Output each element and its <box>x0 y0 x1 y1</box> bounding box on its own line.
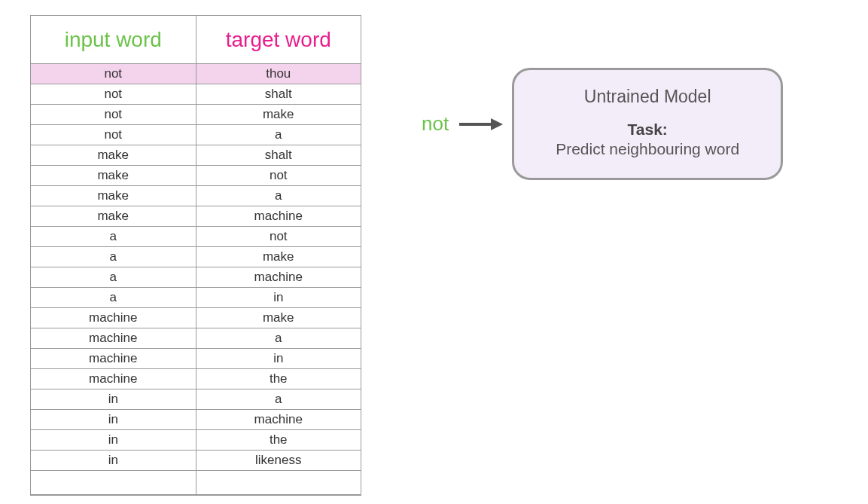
cell-input: machine <box>31 369 196 389</box>
table-row: machinea <box>31 328 361 349</box>
svg-marker-1 <box>491 118 503 130</box>
cell-input: make <box>31 145 196 166</box>
cell-target: make <box>196 247 361 267</box>
cell-input: not <box>31 64 196 84</box>
cell-input: not <box>31 125 196 145</box>
model-title: Untrained Model <box>541 87 754 107</box>
cell-target: machine <box>196 267 361 288</box>
table-row: inthe <box>31 430 361 451</box>
cell-input: not <box>31 84 196 105</box>
cell-target: machine <box>196 206 361 227</box>
cell-target: the <box>196 369 361 389</box>
cell-input: machine <box>31 328 196 349</box>
cell-input: make <box>31 186 196 206</box>
column-header-target: target word <box>196 16 361 64</box>
model-flow: not Untrained Model Task: Predict neighb… <box>422 68 783 180</box>
cell-target: thou <box>196 64 361 84</box>
table-row-empty <box>31 471 361 495</box>
cell-empty <box>196 471 361 495</box>
table-row: amake <box>31 247 361 267</box>
cell-target: a <box>196 186 361 206</box>
cell-input: in <box>31 451 196 471</box>
table-body: notthounotshaltnotmakenotamakeshaltmaken… <box>31 64 361 495</box>
table-row: notshalt <box>31 84 361 105</box>
table-row: ain <box>31 288 361 308</box>
cell-target: shalt <box>196 145 361 166</box>
task-description: Predict neighbouring word <box>541 140 754 158</box>
table-row: makemachine <box>31 206 361 227</box>
cell-input: machine <box>31 308 196 328</box>
table-row: anot <box>31 227 361 247</box>
cell-target: make <box>196 105 361 125</box>
cell-input: a <box>31 247 196 267</box>
column-header-input: input word <box>31 16 196 64</box>
cell-input: in <box>31 430 196 451</box>
table-row: inmachine <box>31 410 361 430</box>
cell-target: make <box>196 308 361 328</box>
cell-input: make <box>31 206 196 227</box>
table-row: ina <box>31 389 361 410</box>
training-pairs-table: input word target word notthounotshaltno… <box>30 15 361 496</box>
cell-input: in <box>31 410 196 430</box>
table-row: machinethe <box>31 369 361 389</box>
cell-target: a <box>196 125 361 145</box>
cell-empty <box>31 471 196 495</box>
cell-target: a <box>196 328 361 349</box>
table-row: notmake <box>31 105 361 125</box>
cell-target: machine <box>196 410 361 430</box>
arrow-icon <box>458 115 503 133</box>
cell-target: shalt <box>196 84 361 105</box>
cell-target: not <box>196 166 361 186</box>
table-row: amachine <box>31 267 361 288</box>
table-row: notthou <box>31 64 361 84</box>
cell-target: not <box>196 227 361 247</box>
cell-target: in <box>196 349 361 369</box>
flow-input-token: not <box>422 112 449 136</box>
cell-input: not <box>31 105 196 125</box>
table-row: inlikeness <box>31 451 361 471</box>
cell-input: a <box>31 267 196 288</box>
cell-input: in <box>31 389 196 410</box>
model-box: Untrained Model Task: Predict neighbouri… <box>512 68 783 180</box>
cell-input: machine <box>31 349 196 369</box>
task-label: Task: <box>541 121 754 139</box>
cell-input: a <box>31 288 196 308</box>
table-row: machinein <box>31 349 361 369</box>
cell-input: make <box>31 166 196 186</box>
cell-input: a <box>31 227 196 247</box>
table-row: machinemake <box>31 308 361 328</box>
cell-target: in <box>196 288 361 308</box>
table-row: makenot <box>31 166 361 186</box>
table-row: makeshalt <box>31 145 361 166</box>
cell-target: likeness <box>196 451 361 471</box>
cell-target: a <box>196 389 361 410</box>
table-header-row: input word target word <box>31 16 361 64</box>
cell-target: the <box>196 430 361 451</box>
table-row: makea <box>31 186 361 206</box>
table-row: nota <box>31 125 361 145</box>
